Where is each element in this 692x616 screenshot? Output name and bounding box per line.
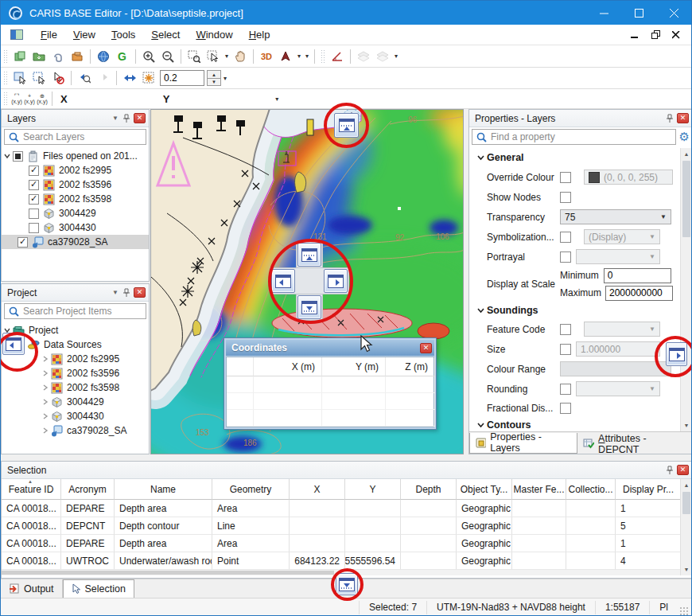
- table-cell[interactable]: [345, 500, 401, 517]
- table-cell[interactable]: [512, 535, 566, 552]
- zoom-in-button[interactable]: [139, 48, 158, 65]
- dock-cross-left-button[interactable]: [271, 269, 295, 293]
- table-cell[interactable]: [401, 500, 457, 517]
- table-cell[interactable]: DEPARE: [61, 535, 115, 552]
- flash-selection-button[interactable]: [139, 69, 158, 87]
- table-cell[interactable]: Geographic: [457, 517, 512, 535]
- layer-item-root[interactable]: Files opened on 201...: [2, 149, 149, 163]
- child-minimize-button[interactable]: [628, 29, 642, 41]
- open-3d-view-button[interactable]: 3D: [257, 48, 276, 65]
- toolbar-grip[interactable]: [3, 71, 7, 85]
- project-item[interactable]: 3004429: [2, 395, 149, 409]
- web-map-button[interactable]: [94, 48, 113, 65]
- table-cell[interactable]: [401, 517, 457, 535]
- layer-item[interactable]: 3004429: [2, 206, 149, 220]
- table-cell[interactable]: 5: [616, 517, 682, 535]
- menu-tools[interactable]: Tools: [103, 25, 143, 44]
- column-header[interactable]: Object Ty...: [457, 479, 512, 500]
- toolbar-grip[interactable]: [3, 49, 7, 64]
- table-cell[interactable]: Geographic: [457, 552, 512, 570]
- google-earth-button[interactable]: G: [113, 48, 132, 65]
- table-cell[interactable]: CA 00018...: [2, 500, 61, 517]
- table-cell[interactable]: [512, 517, 566, 535]
- feature-code-checkbox[interactable]: [560, 324, 571, 335]
- table-cell[interactable]: [345, 535, 401, 552]
- tab-attributes-depcnt[interactable]: Attributes - DEPCNT: [577, 435, 692, 454]
- layer-compare2-button[interactable]: [373, 48, 392, 65]
- layer-compare-button[interactable]: [354, 48, 373, 65]
- table-cell[interactable]: 4: [616, 552, 682, 570]
- pin-icon[interactable]: [665, 466, 674, 475]
- table-cell[interactable]: 1: [616, 535, 682, 552]
- layer-item[interactable]: 2002 fs2995: [2, 163, 149, 177]
- tolerance-spinner[interactable]: ▲▼: [207, 70, 221, 86]
- panel-menu-icon[interactable]: ▼: [112, 289, 119, 296]
- panel-menu-icon[interactable]: ▼: [112, 115, 119, 122]
- coordinates-cell[interactable]: [322, 393, 386, 410]
- select-tool-button[interactable]: [204, 48, 223, 65]
- previous-view-button[interactable]: [75, 69, 94, 87]
- property-search-input[interactable]: [491, 131, 675, 142]
- table-cell[interactable]: [290, 500, 345, 517]
- section-contours[interactable]: Contours: [469, 417, 680, 431]
- column-header[interactable]: Display Pr...: [616, 479, 682, 500]
- select-tool-dropdown[interactable]: ▾: [223, 53, 231, 60]
- dock-left-edge-button[interactable]: [2, 333, 25, 355]
- zoom-out-button[interactable]: [158, 48, 177, 65]
- coordinates-cell[interactable]: [386, 376, 435, 393]
- add-coordinate-button[interactable]: +(x,y): [23, 90, 36, 107]
- layer-item[interactable]: 2002 fs3598: [2, 192, 149, 206]
- table-cell[interactable]: UWTROC: [61, 552, 115, 570]
- table-cell[interactable]: Area: [212, 500, 290, 517]
- project-search-input[interactable]: [23, 306, 146, 317]
- column-header[interactable]: Feature ID▲: [2, 479, 61, 500]
- coordinates-close-button[interactable]: ✕: [420, 343, 432, 353]
- table-cell[interactable]: [566, 552, 616, 570]
- layer-checkbox[interactable]: [29, 166, 39, 176]
- layers-search-input[interactable]: [23, 131, 146, 142]
- dock-cross-up-button[interactable]: [297, 243, 321, 267]
- transparency-dropdown[interactable]: 75▼: [560, 209, 671, 224]
- table-cell[interactable]: [566, 500, 616, 517]
- menu-window[interactable]: Window: [188, 25, 240, 44]
- table-cell[interactable]: Underwater/awash rock: [115, 552, 212, 570]
- minimum-scale-input[interactable]: [604, 268, 671, 283]
- scrollbar-thumb[interactable]: [2, 571, 334, 575]
- layer-checkbox[interactable]: [29, 209, 39, 219]
- toolbar-grip[interactable]: [321, 49, 325, 64]
- dock-right-edge-button[interactable]: [666, 342, 687, 366]
- table-cell[interactable]: 684123.22: [290, 552, 345, 570]
- selection-panel-close-button[interactable]: ✕: [677, 465, 689, 475]
- clear-selection-button[interactable]: [49, 69, 68, 87]
- show-nodes-checkbox[interactable]: [560, 192, 571, 203]
- selection-vscrollbar[interactable]: ▲ ▼: [680, 479, 692, 575]
- table-cell[interactable]: Area: [212, 535, 290, 552]
- menu-view[interactable]: View: [65, 25, 103, 44]
- status-map-scale[interactable]: 1:55187: [595, 601, 649, 614]
- coordinates-cell[interactable]: [386, 393, 435, 410]
- column-header[interactable]: Master Fe...: [512, 479, 566, 500]
- menu-select[interactable]: Select: [143, 25, 188, 44]
- project-item[interactable]: 3004430: [2, 409, 149, 423]
- table-cell[interactable]: CA 00018...: [2, 517, 61, 535]
- project-panel-titlebar[interactable]: Project ▼ ✕: [2, 284, 149, 302]
- table-cell[interactable]: [401, 535, 457, 552]
- table-cell[interactable]: [566, 517, 616, 535]
- table-cell[interactable]: Line: [212, 517, 290, 535]
- table-cell[interactable]: [566, 535, 616, 552]
- portrayal-checkbox[interactable]: [560, 251, 571, 263]
- toolbar-overflow-dropdown[interactable]: ▾: [392, 53, 400, 60]
- layer-item[interactable]: 3004430: [2, 220, 149, 235]
- symbolization-dropdown[interactable]: (Display)▼: [584, 229, 660, 244]
- document-icon[interactable]: [10, 29, 23, 40]
- goto-coordinate-button[interactable]: ⊕(x,y): [36, 90, 49, 107]
- table-cell[interactable]: DEPCNT: [61, 517, 115, 535]
- column-header[interactable]: Collectio...: [566, 479, 616, 500]
- fractional-display-checkbox[interactable]: [560, 403, 571, 414]
- override-colour-checkbox[interactable]: [560, 172, 571, 183]
- column-header[interactable]: X: [290, 479, 345, 500]
- section-soundings[interactable]: Soundings: [469, 302, 680, 319]
- maximum-scale-input[interactable]: [605, 286, 673, 301]
- resize-grip[interactable]: [679, 606, 689, 616]
- table-cell[interactable]: CA 00018...: [2, 552, 61, 570]
